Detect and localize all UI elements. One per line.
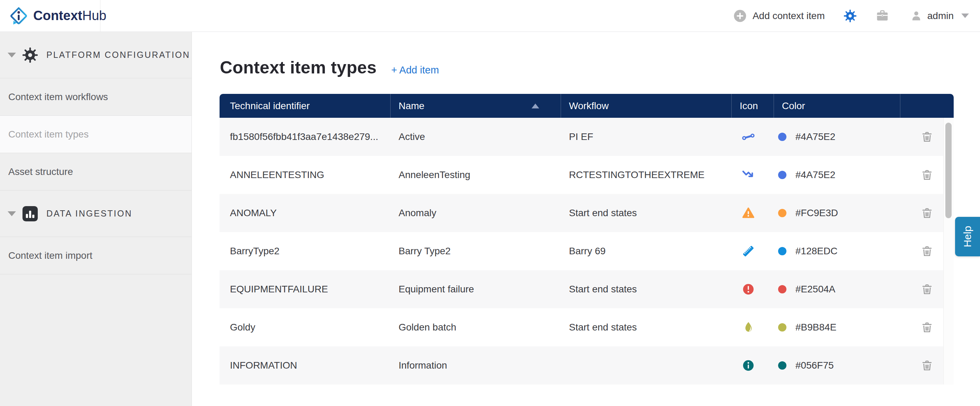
column-header-icon[interactable]: Icon bbox=[731, 94, 773, 118]
context-item-types-table: Technical identifier Name Workflow Icon … bbox=[220, 94, 954, 385]
sidebar-item-label: Context item import bbox=[8, 250, 92, 261]
name-cell: AnneleenTesting bbox=[390, 156, 561, 194]
sidebar-section-data-ingestion[interactable]: DATA INGESTION bbox=[0, 191, 191, 237]
table-header: Technical identifier Name Workflow Icon … bbox=[220, 94, 954, 118]
sidebar-item-label: Context item types bbox=[8, 129, 89, 140]
color-dot bbox=[778, 361, 786, 369]
info-circle-icon bbox=[742, 359, 755, 372]
column-header-name[interactable]: Name bbox=[390, 94, 561, 118]
delete-icon[interactable] bbox=[921, 322, 933, 333]
add-item-link[interactable]: + Add item bbox=[391, 64, 439, 76]
name-cell: Anomaly bbox=[390, 194, 561, 232]
plus-circle-icon bbox=[733, 9, 747, 23]
column-header-actions bbox=[900, 94, 954, 118]
sidebar: PLATFORM CONFIGURATION Context item work… bbox=[0, 32, 192, 406]
workflow-cell: PI EF bbox=[561, 118, 731, 156]
name-cell: Golden batch bbox=[390, 308, 561, 346]
add-context-item-button[interactable]: Add context item bbox=[733, 9, 825, 23]
color-dot bbox=[778, 285, 786, 293]
name-cell: Information bbox=[390, 346, 561, 385]
sidebar-item-context-item-workflows[interactable]: Context item workflows bbox=[0, 78, 191, 116]
app-logo[interactable]: ContextHub bbox=[0, 0, 100, 32]
brand-name: ContextHub bbox=[33, 8, 106, 23]
warning-triangle-icon bbox=[742, 207, 755, 220]
workflow-cell: Start end states bbox=[561, 308, 731, 346]
topbar: ContextHub Add context item admin bbox=[0, 0, 980, 32]
column-header-color[interactable]: Color bbox=[773, 94, 900, 118]
technical-identifier-cell: ANOMALY bbox=[220, 194, 390, 232]
name-cell: Active bbox=[390, 118, 561, 156]
briefcase-icon[interactable] bbox=[875, 9, 889, 23]
add-context-item-label: Add context item bbox=[752, 10, 825, 21]
chevron-down-icon bbox=[8, 211, 16, 216]
color-hex: #E2504A bbox=[795, 284, 835, 295]
table-scrollbar-track[interactable] bbox=[943, 118, 954, 385]
color-dot bbox=[778, 323, 786, 331]
name-cell: Barry Type2 bbox=[390, 232, 561, 270]
chevron-down-icon bbox=[961, 14, 969, 18]
error-circle-icon bbox=[742, 283, 755, 296]
settings-gear-icon[interactable] bbox=[843, 10, 857, 22]
link-icon bbox=[742, 130, 755, 143]
gear-icon bbox=[22, 47, 38, 63]
table-row[interactable]: ANNELEENTESTING AnneleenTesting RCTESTIN… bbox=[220, 156, 954, 194]
delete-icon[interactable] bbox=[921, 245, 933, 257]
color-hex: #B9B84E bbox=[795, 322, 836, 333]
color-hex: #4A75E2 bbox=[795, 131, 835, 142]
color-dot bbox=[778, 209, 786, 217]
help-tab-label: Help bbox=[962, 226, 974, 247]
sidebar-item-context-item-import[interactable]: Context item import bbox=[0, 237, 191, 274]
help-tab[interactable]: Help bbox=[955, 217, 980, 256]
section-label: PLATFORM CONFIGURATION bbox=[46, 50, 190, 60]
page-title: Context item types bbox=[220, 57, 377, 78]
delete-icon[interactable] bbox=[921, 131, 933, 143]
color-hex: #FC9E3D bbox=[795, 207, 838, 218]
workflow-cell: RCTESTINGTOTHEEXTREME bbox=[561, 156, 731, 194]
sidebar-item-context-item-types[interactable]: Context item types bbox=[0, 116, 191, 153]
color-hex: #128EDC bbox=[795, 245, 837, 257]
workflow-cell: Start end states bbox=[561, 270, 731, 308]
workflow-cell: Start end states bbox=[561, 194, 731, 232]
color-hex: #4A75E2 bbox=[795, 169, 835, 180]
ruler-icon bbox=[742, 245, 755, 258]
user-avatar-icon bbox=[910, 10, 923, 22]
topbar-actions: Add context item admin bbox=[733, 9, 980, 23]
table-row[interactable]: fb1580f56fbb41f3aa7e1438e279... Active P… bbox=[220, 118, 954, 156]
delete-icon[interactable] bbox=[921, 283, 933, 295]
sort-ascending-icon bbox=[531, 103, 539, 108]
bar-chart-icon bbox=[22, 206, 38, 222]
table-row[interactable]: ANOMALY Anomaly Start end states #FC9E3D bbox=[220, 194, 954, 232]
column-header-workflow[interactable]: Workflow bbox=[561, 94, 731, 118]
column-header-label: Name bbox=[399, 100, 425, 111]
user-menu[interactable]: admin bbox=[910, 10, 969, 22]
sidebar-section-platform-configuration[interactable]: PLATFORM CONFIGURATION bbox=[0, 32, 191, 78]
workflow-cell bbox=[561, 346, 731, 385]
color-dot bbox=[778, 133, 786, 141]
user-name: admin bbox=[928, 10, 954, 21]
technical-identifier-cell: INFORMATION bbox=[220, 346, 390, 385]
sidebar-item-label: Context item workflows bbox=[8, 91, 108, 102]
color-dot bbox=[778, 171, 786, 179]
table-row[interactable]: BarryType2 Barry Type2 Barry 69 #128EDC bbox=[220, 232, 954, 270]
technical-identifier-cell: fb1580f56fbb41f3aa7e1438e279... bbox=[220, 118, 390, 156]
table-row[interactable]: Goldy Golden batch Start end states #B9B… bbox=[220, 308, 954, 346]
chevron-down-icon bbox=[8, 53, 16, 57]
table-row[interactable]: INFORMATION Information #056F75 bbox=[220, 346, 954, 385]
technical-identifier-cell: Goldy bbox=[220, 308, 390, 346]
table-row[interactable]: EQUIPMENTFAILURE Equipment failure Start… bbox=[220, 270, 954, 308]
delete-icon[interactable] bbox=[921, 360, 933, 371]
delete-icon[interactable] bbox=[921, 207, 933, 219]
column-header-technical-identifier[interactable]: Technical identifier bbox=[220, 94, 390, 118]
technical-identifier-cell: ANNELEENTESTING bbox=[220, 156, 390, 194]
name-cell: Equipment failure bbox=[390, 270, 561, 308]
table-scrollbar-thumb[interactable] bbox=[945, 123, 951, 218]
color-hex: #056F75 bbox=[795, 360, 834, 371]
sidebar-item-asset-structure[interactable]: Asset structure bbox=[0, 153, 191, 191]
main-content: Context item types + Add item Technical … bbox=[192, 32, 980, 406]
contexthub-logo-icon bbox=[9, 6, 29, 25]
trend-down-icon bbox=[742, 168, 755, 182]
workflow-cell: Barry 69 bbox=[561, 232, 731, 270]
delete-icon[interactable] bbox=[921, 169, 933, 181]
technical-identifier-cell: BarryType2 bbox=[220, 232, 390, 270]
color-dot bbox=[778, 247, 786, 255]
